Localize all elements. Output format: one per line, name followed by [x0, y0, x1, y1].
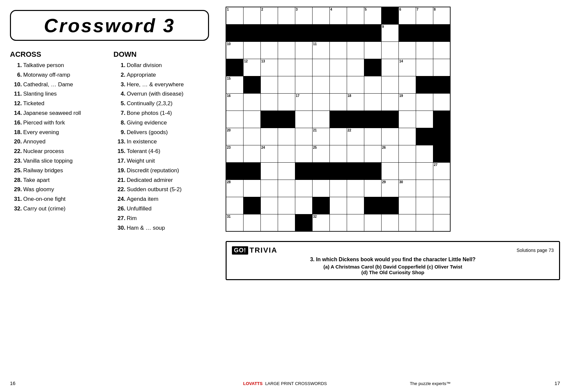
- grid-cell[interactable]: [433, 59, 450, 76]
- grid-cell[interactable]: [381, 214, 398, 231]
- grid-cell[interactable]: 28: [226, 180, 243, 197]
- grid-cell[interactable]: [433, 214, 450, 231]
- grid-cell[interactable]: [312, 197, 329, 214]
- grid-cell[interactable]: [381, 162, 398, 180]
- grid-cell[interactable]: [329, 180, 347, 197]
- grid-cell[interactable]: [243, 145, 260, 162]
- grid-cell[interactable]: [398, 162, 416, 180]
- grid-cell[interactable]: 4: [329, 7, 347, 24]
- grid-cell[interactable]: [416, 24, 433, 41]
- grid-cell[interactable]: [278, 214, 295, 231]
- grid-cell[interactable]: [295, 59, 312, 76]
- grid-cell[interactable]: [295, 76, 312, 93]
- grid-cell[interactable]: 8: [433, 7, 450, 24]
- grid-cell[interactable]: [295, 41, 312, 59]
- grid-cell[interactable]: [347, 76, 364, 93]
- grid-cell[interactable]: [278, 7, 295, 24]
- grid-cell[interactable]: 30: [398, 180, 416, 197]
- grid-cell[interactable]: [260, 197, 278, 214]
- grid-cell[interactable]: [381, 93, 398, 111]
- grid-cell[interactable]: [398, 145, 416, 162]
- grid-cell[interactable]: 2: [260, 7, 278, 24]
- grid-cell[interactable]: [226, 162, 243, 180]
- grid-cell[interactable]: [329, 197, 347, 214]
- grid-cell[interactable]: [364, 93, 381, 111]
- grid-cell[interactable]: [260, 180, 278, 197]
- grid-cell[interactable]: [312, 59, 329, 76]
- grid-cell[interactable]: [347, 24, 364, 41]
- grid-cell[interactable]: [433, 93, 450, 111]
- grid-cell[interactable]: [278, 197, 295, 214]
- grid-cell[interactable]: [295, 24, 312, 41]
- grid-cell[interactable]: 6: [398, 7, 416, 24]
- grid-cell[interactable]: 7: [416, 7, 433, 24]
- grid-cell[interactable]: [329, 214, 347, 231]
- grid-cell[interactable]: 24: [260, 145, 278, 162]
- grid-cell[interactable]: [226, 197, 243, 214]
- grid-cell[interactable]: 13: [260, 59, 278, 76]
- grid-cell[interactable]: [278, 180, 295, 197]
- grid-cell[interactable]: [312, 76, 329, 93]
- grid-cell[interactable]: [416, 111, 433, 128]
- grid-cell[interactable]: 26: [381, 145, 398, 162]
- grid-cell[interactable]: 5: [364, 7, 381, 24]
- grid-cell[interactable]: [278, 93, 295, 111]
- grid-cell[interactable]: [329, 93, 347, 111]
- grid-cell[interactable]: [226, 111, 243, 128]
- grid-cell[interactable]: [398, 214, 416, 231]
- grid-cell[interactable]: [243, 7, 260, 24]
- grid-cell[interactable]: [416, 180, 433, 197]
- grid-cell[interactable]: [398, 24, 416, 41]
- grid-cell[interactable]: [260, 76, 278, 93]
- grid-cell[interactable]: [260, 93, 278, 111]
- grid-cell[interactable]: [243, 76, 260, 93]
- grid-cell[interactable]: [243, 214, 260, 231]
- grid-cell[interactable]: [416, 128, 433, 145]
- grid-cell[interactable]: [381, 197, 398, 214]
- grid-cell[interactable]: [329, 24, 347, 41]
- grid-cell[interactable]: [416, 41, 433, 59]
- grid-cell[interactable]: [364, 197, 381, 214]
- grid-cell[interactable]: [433, 41, 450, 59]
- grid-cell[interactable]: 21: [312, 128, 329, 145]
- grid-cell[interactable]: [347, 162, 364, 180]
- grid-cell[interactable]: [278, 41, 295, 59]
- grid-cell[interactable]: [243, 24, 260, 41]
- grid-cell[interactable]: [364, 24, 381, 41]
- grid-cell[interactable]: 23: [226, 145, 243, 162]
- grid-cell[interactable]: [260, 24, 278, 41]
- grid-cell[interactable]: [260, 162, 278, 180]
- grid-cell[interactable]: [347, 59, 364, 76]
- grid-cell[interactable]: [347, 145, 364, 162]
- grid-cell[interactable]: 3: [295, 7, 312, 24]
- grid-cell[interactable]: [329, 111, 347, 128]
- grid-cell[interactable]: [416, 214, 433, 231]
- grid-cell[interactable]: [347, 180, 364, 197]
- grid-cell[interactable]: 11: [312, 41, 329, 59]
- grid-cell[interactable]: [381, 128, 398, 145]
- grid-cell[interactable]: [381, 76, 398, 93]
- grid-cell[interactable]: [433, 145, 450, 162]
- grid-cell[interactable]: [243, 41, 260, 59]
- grid-cell[interactable]: [364, 128, 381, 145]
- grid-cell[interactable]: [398, 111, 416, 128]
- grid-cell[interactable]: [295, 162, 312, 180]
- grid-cell[interactable]: 19: [398, 93, 416, 111]
- grid-cell[interactable]: [243, 128, 260, 145]
- grid-cell[interactable]: [226, 59, 243, 76]
- grid-cell[interactable]: 1: [226, 7, 243, 24]
- grid-cell[interactable]: [295, 214, 312, 231]
- grid-cell[interactable]: [312, 24, 329, 41]
- grid-cell[interactable]: 22: [347, 128, 364, 145]
- grid-cell[interactable]: [295, 128, 312, 145]
- grid-cell[interactable]: [260, 128, 278, 145]
- grid-cell[interactable]: [416, 59, 433, 76]
- grid-cell[interactable]: [347, 197, 364, 214]
- grid-cell[interactable]: [398, 76, 416, 93]
- grid-cell[interactable]: [260, 41, 278, 59]
- grid-cell[interactable]: [278, 111, 295, 128]
- grid-cell[interactable]: [364, 162, 381, 180]
- grid-cell[interactable]: [260, 214, 278, 231]
- grid-cell[interactable]: [312, 111, 329, 128]
- grid-cell[interactable]: 14: [398, 59, 416, 76]
